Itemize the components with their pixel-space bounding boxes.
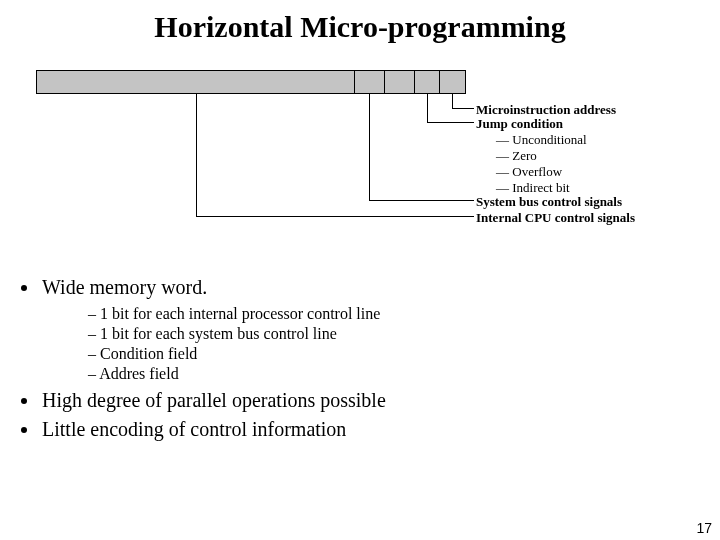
sub-bullet-list: 1 bit for each internal processor contro… [86,305,720,383]
page-number: 17 [696,520,712,536]
label-sys-bus: System bus control signals [476,194,622,210]
slide-title: Horizontal Micro-programming [0,0,720,44]
microinstruction-diagram: Microinstruction address Jump condition … [36,66,696,266]
sub-bullet: 1 bit for each system bus control line [86,325,720,343]
label-internal-cpu: Internal CPU control signals [476,210,635,226]
label-cond-zero: — Zero [496,148,537,164]
sub-bullet: 1 bit for each internal processor contro… [86,305,720,323]
label-cond-overflow: — Overflow [496,164,562,180]
sub-bullet: Condition field [86,345,720,363]
bullet-parallel: High degree of parallel operations possi… [40,389,720,412]
microinstruction-word-box [36,70,466,94]
sub-bullet: Addres field [86,365,720,383]
bullet-text: Wide memory word. [42,276,207,298]
bullet-wide-memory: Wide memory word. 1 bit for each interna… [40,276,720,383]
bullet-list: Wide memory word. 1 bit for each interna… [40,276,720,441]
label-cond-unconditional: — Unconditional [496,132,587,148]
label-jump-condition: Jump condition [476,116,563,132]
bullet-encoding: Little encoding of control information [40,418,720,441]
